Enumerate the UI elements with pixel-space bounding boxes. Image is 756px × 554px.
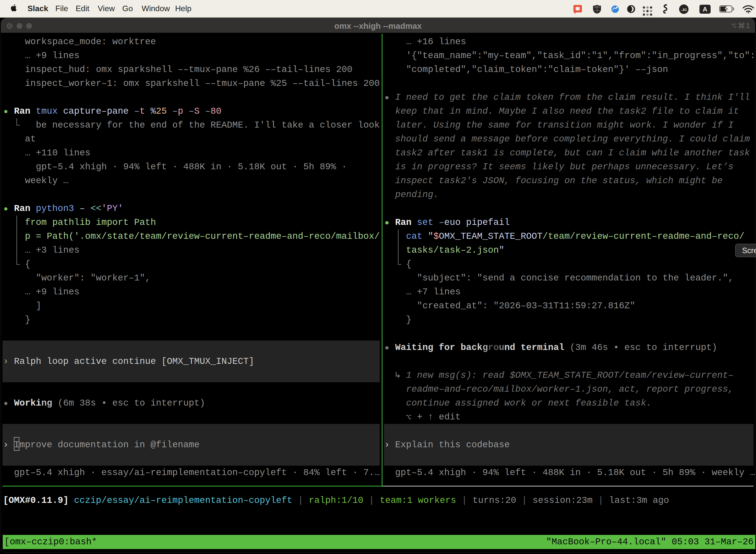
svg-text:..61: ..61 bbox=[681, 7, 687, 12]
svg-text:A: A bbox=[703, 5, 707, 13]
